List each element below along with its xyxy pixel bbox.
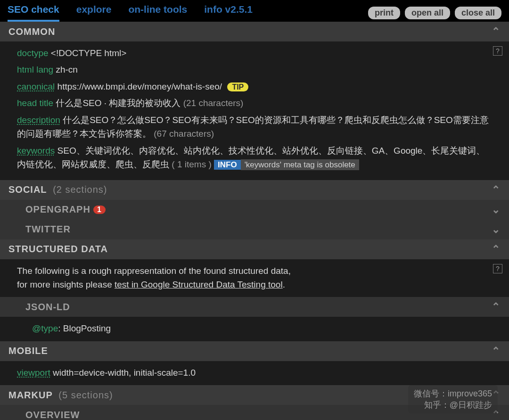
key-keywords[interactable]: keywords [17, 146, 55, 156]
structured-testing-link[interactable]: test in Google Structured Data Testing t… [115, 280, 283, 289]
section-count: (2 sections) [53, 184, 107, 195]
tip-badge[interactable]: TIP [227, 82, 248, 91]
chevron-down-icon: ⌄ [492, 223, 501, 236]
section-title: OPENGRAPH [25, 204, 90, 215]
chevron-up-icon: ⌃ [492, 25, 501, 38]
key-doctype: doctype [17, 48, 49, 58]
section-mobile-header[interactable]: MOBILE ⌃ [0, 341, 509, 361]
error-count-badge: 1 [93, 206, 106, 214]
section-title: TWITTER [25, 224, 71, 235]
chevron-down-icon: ⌄ [492, 204, 501, 216]
section-title: COMMON [8, 26, 55, 37]
val-jsonld-type: : BlogPosting [58, 323, 111, 333]
chevron-up-icon: ⌃ [492, 345, 501, 357]
section-opengraph-header[interactable]: OPENGRAPH1 ⌄ [0, 200, 509, 220]
structured-text-2c: . [283, 280, 285, 289]
key-jsonld-type: @type [32, 323, 58, 333]
section-title: STRUCTURED DATA [8, 244, 108, 255]
count-keywords: ( 1 items ) [172, 159, 211, 169]
section-count: (5 sections) [58, 390, 113, 401]
chevron-up-icon: ⌃ [492, 301, 501, 313]
section-title: OVERVIEW [25, 410, 80, 420]
tab-online-tools[interactable]: on-line tools [128, 4, 187, 22]
close-all-button[interactable]: close all [455, 7, 501, 19]
val-html-lang: zh-cn [56, 65, 77, 74]
chevron-up-icon: ⌃ [492, 184, 501, 196]
help-icon[interactable]: ? [493, 46, 502, 56]
section-common-header[interactable]: COMMON ⌃ [0, 22, 509, 41]
watermark: 微信号：improve365 知乎：@日积跬步 [408, 385, 498, 413]
count-head-title: (21 characters) [183, 98, 244, 108]
structured-text-1: The following is a rough rappresentation… [17, 264, 492, 278]
key-canonical[interactable]: canonical [17, 82, 55, 91]
open-all-button[interactable]: open all [405, 7, 450, 19]
val-viewport: width=device-width, initial-scale=1.0 [53, 368, 196, 378]
section-title: SOCIAL [8, 184, 47, 195]
content-scroll[interactable]: COMMON ⌃ ? doctype <!DOCTYPE html> html … [0, 22, 509, 420]
val-doctype: <!DOCTYPE html> [51, 48, 127, 58]
key-viewport[interactable]: viewport [17, 368, 50, 378]
tab-info[interactable]: info v2.5.1 [204, 4, 253, 22]
section-jsonld-header[interactable]: JSON-LD ⌃ [0, 297, 509, 317]
key-description[interactable]: description [17, 115, 60, 125]
section-common-body: ? doctype <!DOCTYPE html> html lang zh-c… [0, 41, 509, 180]
val-canonical: https://www.bmpi.dev/money/what-is-seo/ [57, 82, 222, 91]
key-head-title: head title [17, 98, 53, 108]
section-title: JSON-LD [25, 302, 70, 313]
tab-seo-check[interactable]: SEO check [8, 4, 59, 22]
section-twitter-header[interactable]: TWITTER ⌄ [0, 220, 509, 239]
info-message: 'keywords' meta tag is obsolete [241, 159, 359, 170]
tabs: SEO check explore on-line tools info v2.… [8, 4, 253, 22]
help-icon[interactable]: ? [493, 264, 502, 273]
section-social-header[interactable]: SOCIAL (2 sections) ⌃ [0, 180, 509, 200]
section-structured-header[interactable]: STRUCTURED DATA ⌃ [0, 239, 509, 259]
structured-text-2a: for more insights please [17, 280, 115, 289]
val-description: 什么是SEO？怎么做SEO？SEO有未来吗？SEO的资源和工具有哪些？爬虫和反爬… [17, 115, 489, 139]
print-button[interactable]: print [368, 7, 400, 19]
count-description: (67 characters) [154, 129, 214, 139]
section-mobile-body: viewport width=device-width, initial-sca… [0, 361, 509, 385]
info-badge: INFO [214, 160, 241, 170]
val-head-title: 什么是SEO · 构建我的被动收入 [56, 98, 181, 108]
tab-bar: SEO check explore on-line tools info v2.… [0, 0, 509, 22]
section-title: MARKUP [8, 390, 53, 401]
section-jsonld-body: @type: BlogPosting [0, 317, 509, 341]
section-structured-body: ? The following is a rough rappresentati… [0, 259, 509, 297]
key-html-lang: html lang [17, 65, 53, 74]
chevron-up-icon: ⌃ [492, 243, 501, 255]
section-title: MOBILE [8, 346, 48, 356]
toolbar-buttons: print open all close all [368, 7, 501, 19]
tab-explore[interactable]: explore [76, 4, 112, 22]
